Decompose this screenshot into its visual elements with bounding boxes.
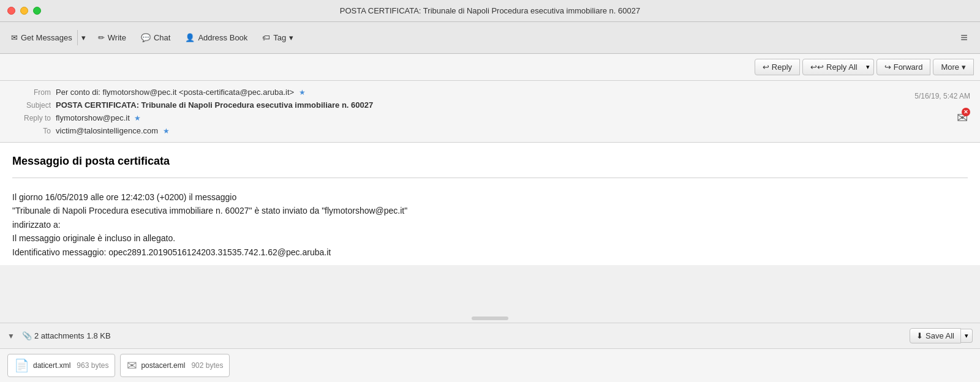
email-text: Il giorno 16/05/2019 alle ore 12:42:03 (… xyxy=(12,190,968,259)
get-messages-icon: ✉ xyxy=(11,33,18,42)
attachments-bar: ▼ 📎 2 attachments 1.8 KB ⬇ Save All ▾ xyxy=(0,323,980,348)
more-dropdown-icon: ▾ xyxy=(962,62,966,72)
reply-all-label: Reply All xyxy=(826,62,858,72)
file-name-2: postacert.eml xyxy=(141,361,185,370)
reply-icon: ↩ xyxy=(763,62,769,72)
file-icon-2: ✉ xyxy=(127,358,137,373)
email-divider xyxy=(12,178,968,178)
attachments-size: 1.8 KB xyxy=(87,331,111,340)
content-area: From Per conto di: flymotorshow@pec.it <… xyxy=(0,81,980,382)
body-line-2: "Tribunale di Napoli Procedura esecutiva… xyxy=(12,204,968,217)
from-row: From Per conto di: flymotorshow@pec.it <… xyxy=(10,86,970,99)
forward-button[interactable]: ↪ Forward xyxy=(876,59,931,75)
save-all-label: Save All xyxy=(925,331,954,340)
attachments-label: 📎 2 attachments 1.8 KB xyxy=(22,331,111,340)
body-line-1: Il giorno 16/05/2019 alle ore 12:42:03 (… xyxy=(12,190,968,204)
body-line-4: Il messaggio originale è incluso in alle… xyxy=(12,231,968,245)
body-line-3: indirizzato a: xyxy=(12,218,968,231)
more-button[interactable]: More ▾ xyxy=(933,59,974,75)
subject-row: Subject POSTA CERTIFICATA: Tribunale di … xyxy=(10,99,970,111)
save-all-icon: ⬇ xyxy=(916,331,923,340)
warning-badge: ✕ xyxy=(962,108,970,116)
email-heading: Messaggio di posta certificata xyxy=(12,155,968,168)
attachments-count: 2 attachments xyxy=(34,331,85,340)
from-label: From xyxy=(10,88,56,97)
to-row: To victim@talosintelligence.com ★ xyxy=(10,124,970,137)
chat-button[interactable]: 💬 Chat xyxy=(135,30,176,45)
paperclip-icon: 📎 xyxy=(22,331,32,340)
write-button[interactable]: ✏ Write xyxy=(92,30,132,45)
email-header: From Per conto di: flymotorshow@pec.it <… xyxy=(0,81,980,143)
reply-group: ↩ Reply xyxy=(755,59,800,75)
address-book-icon: 👤 xyxy=(185,33,195,42)
reply-button[interactable]: ↩ Reply xyxy=(755,59,800,75)
maximize-button[interactable] xyxy=(33,7,41,15)
body-line-5: Identificativo messaggio: opec2891.20190… xyxy=(12,245,968,259)
tag-button[interactable]: 🏷 Tag ▾ xyxy=(256,30,300,45)
address-book-label: Address Book xyxy=(198,33,247,42)
reply-label: Reply xyxy=(772,62,792,72)
write-icon: ✏ xyxy=(98,33,105,42)
save-all-button[interactable]: ⬇ Save All xyxy=(910,328,961,343)
titlebar: POSTA CERTIFICATA: Tribunale di Napoli P… xyxy=(0,0,980,22)
tag-icon: 🏷 xyxy=(262,33,270,42)
reply-all-icon: ↩↩ xyxy=(810,62,824,72)
from-text: Per conto di: flymotorshow@pec.it <posta… xyxy=(56,88,294,97)
to-label: To xyxy=(10,127,56,135)
warning-x-icon: ✕ xyxy=(963,109,968,115)
save-all-dropdown[interactable]: ▾ xyxy=(961,329,973,343)
from-star-icon[interactable]: ★ xyxy=(299,88,306,97)
hamburger-menu-button[interactable]: ≡ xyxy=(954,28,974,48)
reply-all-dropdown[interactable]: ▾ xyxy=(862,59,874,75)
reply-all-button[interactable]: ↩↩ Reply All xyxy=(802,59,865,75)
reply-to-row: Reply to flymotorshow@pec.it ★ xyxy=(10,111,970,124)
forward-icon: ↪ xyxy=(884,62,891,72)
save-all-group: ⬇ Save All ▾ xyxy=(910,328,973,343)
reply-to-text: flymotorshow@pec.it xyxy=(56,113,130,122)
minimize-button[interactable] xyxy=(20,7,28,15)
chat-icon: 💬 xyxy=(141,33,151,42)
to-text: victim@talosintelligence.com xyxy=(56,126,158,135)
email-body-area[interactable]: Messaggio di posta certificata Il giorno… xyxy=(0,143,980,323)
subject-label: Subject xyxy=(10,101,56,110)
get-messages-label: Get Messages xyxy=(21,33,72,42)
attachment-file-2[interactable]: ✉ postacert.eml 902 bytes xyxy=(120,354,230,377)
action-bar: ↩ Reply ↩↩ Reply All ▾ ↪ Forward More ▾ xyxy=(0,54,980,81)
date-value: 5/16/19, 5:42 AM xyxy=(914,92,970,100)
subject-value: POSTA CERTIFICATA: Tribunale di Napoli P… xyxy=(56,100,970,110)
forward-group: ↪ Forward xyxy=(876,59,931,75)
forward-label: Forward xyxy=(894,62,923,72)
to-value: victim@talosintelligence.com ★ xyxy=(56,126,970,135)
close-button[interactable] xyxy=(7,7,15,15)
window-title: POSTA CERTIFICATA: Tribunale di Napoli P… xyxy=(340,6,640,15)
from-value: Per conto di: flymotorshow@pec.it <posta… xyxy=(56,88,970,97)
reply-all-group: ↩↩ Reply All ▾ xyxy=(802,59,874,75)
to-star-icon[interactable]: ★ xyxy=(163,127,170,135)
write-label: Write xyxy=(108,33,126,42)
file-icon-1: 📄 xyxy=(14,358,29,373)
file-name-1: daticert.xml xyxy=(33,361,70,370)
scrollbar-indicator xyxy=(472,316,508,320)
traffic-lights xyxy=(7,7,41,15)
get-messages-dropdown[interactable]: ▾ xyxy=(77,30,89,45)
more-label: More xyxy=(941,62,959,72)
attachment-files: 📄 daticert.xml 963 bytes ✉ postacert.eml… xyxy=(0,348,980,382)
attachment-file-1[interactable]: 📄 daticert.xml 963 bytes xyxy=(7,354,115,377)
address-book-button[interactable]: 👤 Address Book xyxy=(179,30,254,45)
file-size-2: 902 bytes xyxy=(191,361,223,370)
reply-to-label: Reply to xyxy=(10,114,56,122)
tag-dropdown-icon: ▾ xyxy=(289,33,293,42)
email-body: Messaggio di posta certificata Il giorno… xyxy=(0,143,980,265)
reply-to-value: flymotorshow@pec.it ★ xyxy=(56,113,970,122)
email-header-wrapper: From Per conto di: flymotorshow@pec.it <… xyxy=(0,81,980,143)
more-group: More ▾ xyxy=(933,59,974,75)
toolbar: ✉ Get Messages ▾ ✏ Write 💬 Chat 👤 Addres… xyxy=(0,22,980,54)
tag-label: Tag xyxy=(273,33,286,42)
attachment-warning-area: ✉ ✕ xyxy=(957,110,968,126)
file-size-1: 963 bytes xyxy=(77,361,108,370)
reply-to-star-icon[interactable]: ★ xyxy=(134,114,141,122)
get-messages-button[interactable]: ✉ Get Messages ▾ xyxy=(6,30,89,45)
attachments-toggle[interactable]: ▼ xyxy=(7,332,15,340)
chat-label: Chat xyxy=(154,33,170,42)
